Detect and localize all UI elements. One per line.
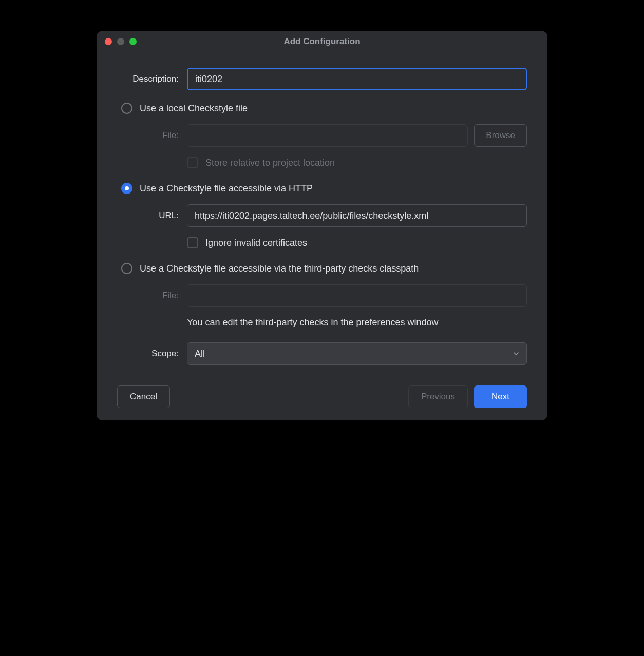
scope-value: All [195, 349, 205, 359]
scope-label: Scope: [117, 349, 187, 359]
url-input[interactable] [187, 204, 527, 227]
radio-http-file[interactable] [121, 183, 132, 194]
local-file-label: File: [140, 130, 187, 141]
titlebar: Add Configuration [97, 31, 547, 52]
url-label: URL: [140, 210, 187, 221]
ignore-certs-label: Ignore invalid certificates [205, 238, 307, 248]
radio-classpath-file[interactable] [121, 263, 132, 274]
local-file-input [187, 124, 468, 147]
previous-button: Previous [408, 385, 468, 408]
minimize-icon[interactable] [117, 38, 124, 45]
store-relative-label: Store relative to project location [205, 158, 335, 168]
store-relative-checkbox [187, 157, 198, 168]
next-button[interactable]: Next [474, 385, 527, 408]
add-configuration-dialog: Add Configuration Description: Use a loc… [97, 31, 547, 420]
cancel-button[interactable]: Cancel [117, 385, 170, 408]
browse-button: Browse [474, 124, 527, 147]
radio-http-file-label: Use a Checkstyle file accessible via HTT… [140, 183, 313, 194]
description-input[interactable] [187, 68, 527, 90]
classpath-file-label: File: [140, 291, 187, 301]
radio-local-file[interactable] [121, 103, 132, 114]
maximize-icon[interactable] [129, 38, 137, 45]
scope-select[interactable]: All [187, 342, 527, 365]
classpath-file-input [187, 284, 527, 307]
description-label: Description: [117, 74, 187, 84]
dialog-content: Description: Use a local Checkstyle file… [97, 52, 547, 420]
window-title: Add Configuration [97, 36, 547, 47]
ignore-certs-checkbox[interactable] [187, 237, 198, 248]
classpath-hint: You can edit the third-party checks in t… [187, 317, 527, 328]
traffic-lights [105, 38, 137, 45]
radio-local-file-label: Use a local Checkstyle file [140, 103, 248, 114]
radio-classpath-file-label: Use a Checkstyle file accessible via the… [140, 263, 419, 274]
close-icon[interactable] [105, 38, 112, 45]
